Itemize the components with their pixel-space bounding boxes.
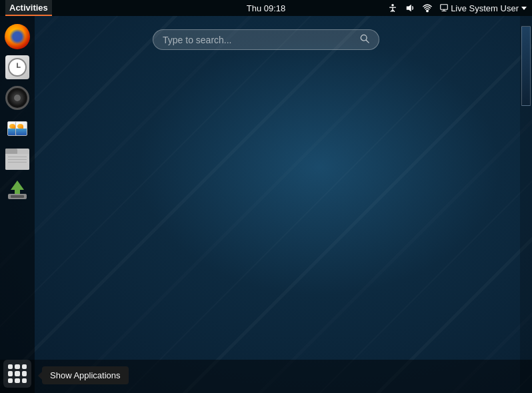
user-menu[interactable]: Live System User bbox=[440, 3, 527, 13]
apps-dot bbox=[15, 378, 19, 383]
files-icon bbox=[5, 149, 29, 170]
workspace-indicator bbox=[520, 16, 532, 393]
apps-dot bbox=[22, 378, 27, 383]
apps-dot bbox=[15, 371, 19, 376]
accessibility-icon[interactable] bbox=[388, 3, 397, 13]
music-icon bbox=[5, 86, 29, 110]
search-icon bbox=[360, 34, 369, 45]
network-icon[interactable] bbox=[423, 3, 432, 13]
svg-rect-9 bbox=[11, 195, 24, 198]
apps-dot bbox=[15, 364, 19, 369]
clock-icon bbox=[5, 55, 29, 79]
chevron-down-icon bbox=[521, 7, 527, 10]
svg-marker-1 bbox=[407, 5, 411, 12]
dock-item-music[interactable] bbox=[3, 84, 31, 112]
dock-item-clock[interactable] bbox=[3, 53, 31, 81]
apps-dot bbox=[22, 364, 27, 369]
activities-button[interactable]: Activities bbox=[5, 0, 52, 16]
dock: Show Applications bbox=[0, 16, 35, 393]
search-input[interactable] bbox=[163, 35, 355, 45]
topbar-left: Activities bbox=[5, 0, 52, 16]
bottom-panel bbox=[0, 360, 532, 393]
dock-item-images[interactable] bbox=[3, 115, 31, 143]
apps-dot bbox=[22, 371, 27, 376]
search-container bbox=[153, 29, 379, 50]
apps-dot bbox=[8, 378, 13, 383]
topbar: Activities Thu 09:18 bbox=[0, 0, 532, 16]
firefox-icon bbox=[5, 24, 30, 49]
dock-item-files[interactable] bbox=[3, 145, 31, 173]
user-label: Live System User bbox=[451, 3, 519, 13]
svg-rect-3 bbox=[441, 5, 448, 10]
volume-icon[interactable] bbox=[405, 3, 415, 13]
clock-face bbox=[8, 58, 27, 77]
topbar-clock: Thu 09:18 bbox=[247, 3, 286, 13]
user-icon bbox=[440, 4, 448, 12]
svg-point-0 bbox=[391, 4, 394, 7]
workspace-preview[interactable] bbox=[521, 26, 531, 106]
apps-dot bbox=[8, 371, 13, 376]
desktop bbox=[0, 16, 532, 393]
apps-icon bbox=[5, 362, 29, 386]
dock-item-firefox[interactable] bbox=[3, 23, 31, 51]
search-bar bbox=[153, 29, 379, 50]
svg-marker-10 bbox=[11, 181, 24, 194]
dock-item-install[interactable] bbox=[3, 176, 31, 204]
dock-item-show-applications[interactable]: Show Applications bbox=[3, 360, 31, 388]
svg-rect-2 bbox=[426, 10, 429, 13]
apps-dot bbox=[8, 364, 13, 369]
svg-line-5 bbox=[366, 40, 369, 43]
install-icon bbox=[5, 178, 29, 202]
topbar-right: Live System User bbox=[388, 3, 527, 13]
image-icon-front bbox=[15, 121, 27, 136]
